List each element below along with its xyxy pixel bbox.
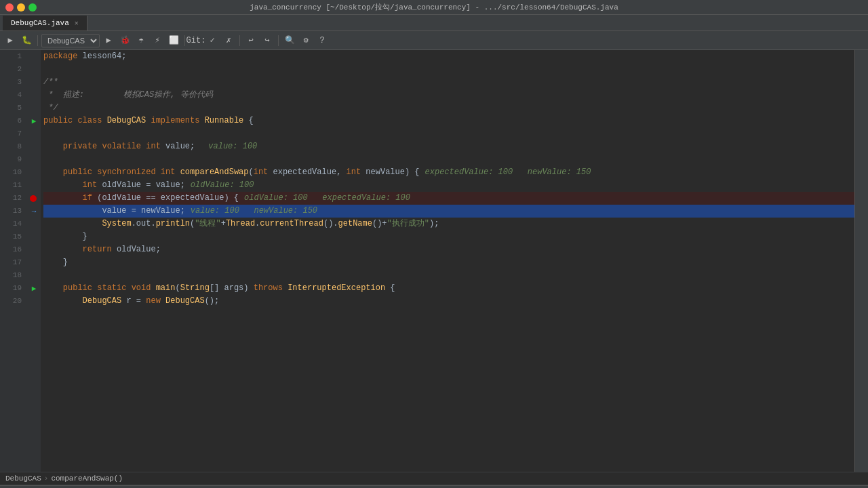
code-line-15: } — [43, 230, 854, 243]
keyword-package: package — [43, 50, 77, 63]
maximize-button[interactable] — [28, 3, 37, 12]
gutter-17 — [27, 256, 41, 269]
cls-debugcas: DebugCAS — [107, 115, 146, 127]
run-arrow-icon: ▶ — [32, 117, 37, 125]
editor-breadcrumb: DebugCAS › compareAndSwap() — [0, 472, 868, 485]
line-num-13: 13 — [0, 205, 22, 218]
code-line-2 — [43, 63, 854, 76]
gear-icon[interactable]: ⚙ — [298, 33, 313, 48]
breadcrumb-method: compareAndSwap() — [51, 474, 123, 483]
gutter-10 — [27, 166, 41, 179]
code-line-19: public static void main(String[] args) t… — [43, 282, 854, 295]
search-icon[interactable]: 🔍 — [282, 33, 297, 48]
line-num-16: 16 — [0, 243, 22, 256]
method-getname: getName — [338, 218, 372, 230]
cls-interrupted: InterruptedException — [288, 282, 385, 295]
gutter-9 — [27, 153, 41, 166]
comment-5: */ — [43, 102, 58, 115]
toolbar-sep3 — [239, 35, 240, 46]
line-num-8: 8 — [0, 140, 22, 153]
run-button[interactable]: ▶ — [3, 33, 18, 48]
method-println: println — [156, 218, 190, 230]
toolbar-sep4 — [278, 35, 279, 46]
debug-value-13: value: 100 newValue: 150 — [191, 205, 317, 218]
kw-throws: throws — [254, 282, 283, 295]
line-numbers: 1 2 3 4 5 6 7 8 9 10 11 12 13 14 15 16 1… — [0, 50, 27, 472]
run-config-select[interactable]: DebugCAS — [41, 34, 100, 47]
traffic-lights — [5, 3, 37, 12]
breadcrumb-separator: › — [44, 474, 49, 483]
kw-int-11: int — [83, 179, 98, 192]
editor: 1 2 3 4 5 6 7 8 9 10 11 12 13 14 15 16 1… — [0, 50, 868, 472]
git-check-icon[interactable]: ✓ — [205, 33, 220, 48]
gutter-2 — [27, 63, 41, 76]
gutter-14 — [27, 218, 41, 230]
code-line-10: public synchronized int compareAndSwap(i… — [43, 166, 854, 179]
breakpoint-icon[interactable] — [30, 195, 37, 202]
main-toolbar: ▶ 🐛 DebugCAS ▶ 🐞 ☂ ⚡ ⬜ Git: ✓ ✗ ↩ ↪ 🔍 ⚙ … — [0, 31, 868, 50]
kw-int-exp: int — [254, 166, 269, 179]
stop-icon[interactable]: ⬜ — [166, 33, 181, 48]
gutter-20 — [27, 295, 41, 308]
line-num-19: 19 — [0, 282, 22, 295]
debug-value-12: oldValue: 100 expectedValue: 100 — [244, 192, 410, 205]
code-line-7 — [43, 127, 854, 140]
close-button[interactable] — [5, 3, 14, 12]
coverage-icon[interactable]: ☂ — [134, 33, 149, 48]
line-num-20: 20 — [0, 295, 22, 308]
debug-button[interactable]: 🐛 — [19, 33, 34, 48]
code-line-6: public class DebugCAS implements Runnabl… — [43, 115, 854, 127]
debug-value-11: oldValue: 100 — [191, 179, 254, 192]
code-line-16: return oldValue; — [43, 243, 854, 256]
gutter-11 — [27, 179, 41, 192]
kw-return: return — [83, 243, 112, 256]
code-line-13: value = newValue; value: 100 newValue: 1… — [43, 205, 854, 218]
gutter-13: → — [27, 205, 41, 218]
kw-implements: implements — [151, 115, 199, 127]
line-num-18: 18 — [0, 269, 22, 282]
line-num-14: 14 — [0, 218, 22, 230]
tab-label: DebugCAS.java — [11, 19, 69, 27]
kw-int-8: int — [146, 140, 161, 153]
kw-public-10: public — [63, 166, 92, 179]
toolbar-separator — [37, 35, 38, 46]
git-icon[interactable]: Git: — [189, 33, 203, 48]
method-cas: compareAndSwap — [180, 166, 249, 179]
kw-int-new: int — [347, 166, 361, 179]
gutter-4 — [27, 89, 41, 102]
comment-4: * 描述: 模拟CAS操作, 等价代码 — [43, 89, 213, 102]
editor-tab-debugcas[interactable]: DebugCAS.java ✕ — [3, 16, 87, 30]
cls-runnable: Runnable — [205, 115, 244, 127]
line-num-4: 4 — [0, 89, 22, 102]
line-num-15: 15 — [0, 230, 22, 243]
titlebar: java_concurrency [~/Desktop/拉勾/java_conc… — [0, 0, 868, 15]
editor-gutter: ▶ → ▶ — [27, 50, 41, 472]
line-num-17: 17 — [0, 256, 22, 269]
minimize-button[interactable] — [17, 3, 25, 12]
gutter-6: ▶ — [27, 115, 41, 127]
profile-icon[interactable]: ⚡ — [150, 33, 165, 48]
git-cross-icon[interactable]: ✗ — [221, 33, 236, 48]
comment-3: /** — [43, 76, 58, 89]
run-icon[interactable]: ▶ — [101, 33, 116, 48]
gutter-12 — [27, 192, 41, 205]
code-line-18 — [43, 269, 854, 282]
help-icon[interactable]: ? — [315, 33, 330, 48]
main-area: 1 2 3 4 5 6 7 8 9 10 11 12 13 14 15 16 1… — [0, 50, 868, 472]
kw-public-19: public — [63, 282, 92, 295]
kw-if: if — [83, 192, 92, 205]
code-area[interactable]: package lesson64; /** * 描述: 模拟CAS操作, 等价代… — [41, 50, 854, 472]
line-num-6: 6 — [0, 115, 22, 127]
line-num-11: 11 — [0, 179, 22, 192]
debug-run-icon[interactable]: 🐞 — [117, 33, 132, 48]
tab-close-icon[interactable]: ✕ — [75, 19, 79, 27]
right-strip — [854, 50, 868, 472]
method-currentthread: currentThread — [260, 218, 323, 230]
gutter-7 — [27, 127, 41, 140]
gutter-3 — [27, 76, 41, 89]
undo-icon[interactable]: ↩ — [243, 33, 258, 48]
kw-volatile: volatile — [102, 140, 141, 153]
breadcrumb-debugcas: DebugCAS — [5, 474, 41, 483]
redo-icon[interactable]: ↪ — [260, 33, 275, 48]
run-arrow-icon-2: ▶ — [32, 284, 37, 293]
